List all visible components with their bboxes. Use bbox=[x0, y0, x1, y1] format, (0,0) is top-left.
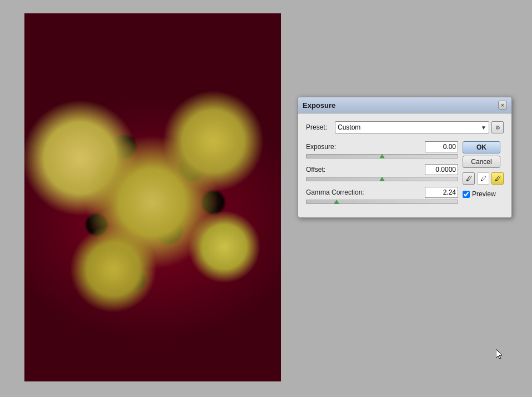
dialog-title: Exposure bbox=[303, 101, 335, 110]
gamma-header: Gamma Correction: bbox=[306, 187, 458, 198]
dialog-titlebar: Exposure × bbox=[298, 97, 511, 113]
exposure-dialog: Exposure × Preset: Custom ▼ ⚙ bbox=[298, 97, 512, 218]
offset-slider-track[interactable] bbox=[306, 177, 458, 181]
sample-eyedropper-icon: 🖊 bbox=[495, 175, 501, 182]
gamma-slider-track[interactable] bbox=[306, 200, 458, 204]
exposure-row: Exposure: bbox=[306, 141, 458, 158]
close-icon: × bbox=[501, 102, 504, 108]
exposure-slider-thumb bbox=[379, 154, 385, 158]
preview-row: Preview bbox=[463, 190, 504, 198]
offset-input[interactable] bbox=[425, 164, 458, 175]
sliders-section: Exposure: Offset: bbox=[306, 141, 458, 210]
main-content: Exposure: Offset: bbox=[306, 141, 504, 210]
dialog-body: Preset: Custom ▼ ⚙ bbox=[298, 113, 511, 217]
black-point-eyedropper-button[interactable]: 🖊 bbox=[463, 172, 475, 185]
white-eyedropper-icon: 🖊 bbox=[480, 175, 486, 182]
close-button[interactable]: × bbox=[498, 101, 507, 110]
offset-header: Offset: bbox=[306, 164, 458, 175]
exposure-input[interactable] bbox=[425, 141, 458, 152]
offset-label: Offset: bbox=[306, 166, 325, 173]
canvas-area: Exposure × Preset: Custom ▼ ⚙ bbox=[0, 0, 532, 397]
exposure-label: Exposure: bbox=[306, 143, 336, 151]
exposure-slider-track[interactable] bbox=[306, 154, 458, 158]
offset-row: Offset: bbox=[306, 164, 458, 181]
black-eyedropper-icon: 🖊 bbox=[466, 175, 472, 182]
white-point-eyedropper-button[interactable]: 🖊 bbox=[477, 172, 489, 185]
ok-button[interactable]: OK bbox=[463, 141, 500, 153]
fruit-bowl-image bbox=[24, 13, 281, 381]
offset-slider-thumb bbox=[379, 177, 385, 181]
preset-row: Preset: Custom ▼ ⚙ bbox=[306, 121, 504, 133]
sample-eyedropper-button[interactable]: 🖊 bbox=[491, 172, 504, 185]
preview-checkbox[interactable] bbox=[463, 191, 470, 198]
gamma-slider-thumb bbox=[334, 200, 339, 204]
exposure-header: Exposure: bbox=[306, 141, 458, 152]
gamma-label: Gamma Correction: bbox=[306, 188, 364, 196]
preset-select-wrapper: Custom ▼ bbox=[335, 121, 489, 133]
cursor bbox=[496, 349, 503, 359]
preview-label: Preview bbox=[472, 190, 496, 198]
preset-label: Preset: bbox=[306, 123, 335, 131]
gamma-input[interactable] bbox=[425, 187, 458, 198]
preset-manage-button[interactable]: ⚙ bbox=[491, 121, 504, 133]
image-container bbox=[24, 13, 281, 381]
gamma-row: Gamma Correction: bbox=[306, 187, 458, 204]
eyedropper-row: 🖊 🖊 🖊 bbox=[463, 172, 504, 185]
buttons-section: OK Cancel 🖊 🖊 🖊 bbox=[463, 141, 504, 210]
preset-select[interactable]: Custom bbox=[335, 121, 489, 133]
manage-presets-icon: ⚙ bbox=[495, 125, 500, 131]
svg-marker-0 bbox=[496, 349, 502, 359]
cancel-button[interactable]: Cancel bbox=[463, 156, 500, 168]
